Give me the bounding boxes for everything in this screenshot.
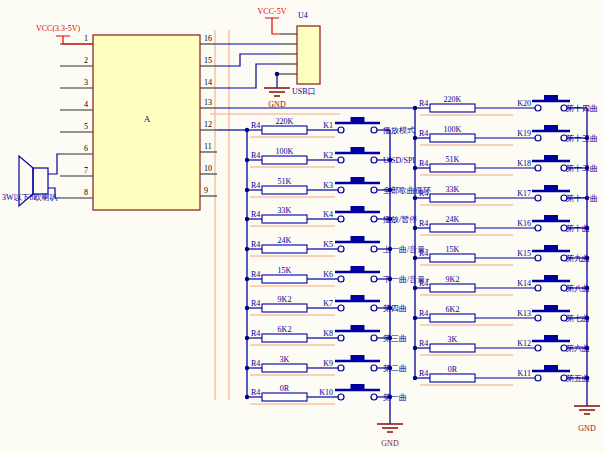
key-button[interactable] [532,305,570,321]
resistor-value: 24K [446,215,460,224]
key-button[interactable] [532,275,570,291]
junction-dot [413,136,417,140]
pin-number: 2 [84,56,88,65]
resistor-ref: R4 [251,240,260,249]
key-function-label: 第九曲 [566,254,590,263]
resistor[interactable] [430,344,475,352]
resistor[interactable] [430,284,475,292]
junction-dot [245,158,249,162]
key-designator: K17 [517,189,531,198]
resistor[interactable] [262,364,307,372]
usb-port-label: USB口 [292,87,316,96]
key-button[interactable] [532,335,570,351]
junction-dot [245,128,249,132]
resistor[interactable] [262,126,307,134]
resistor-value: 100K [444,125,462,134]
resistor-ref: R4 [419,129,428,138]
junction-dot [245,306,249,310]
resistor[interactable] [262,156,307,164]
key-button[interactable] [335,295,380,311]
resistor[interactable] [262,304,307,312]
key-button[interactable] [335,384,380,400]
key-designator: K9 [323,359,333,368]
vcc-usb-power-symbol[interactable] [265,18,280,34]
key-button[interactable] [335,325,380,341]
junction-dot [245,247,249,251]
key-designator: K10 [319,388,333,397]
key-designator: K3 [323,181,333,190]
resistor[interactable] [262,334,307,342]
junction-dot [413,196,417,200]
resistor[interactable] [430,254,475,262]
junction-dot [413,256,417,260]
pin-number: 6 [84,144,88,153]
key-function-label: 第十曲 [566,224,590,233]
resistor-value: 220K [276,117,294,126]
gnd-symbol[interactable] [574,406,600,414]
junction-dot [275,72,279,76]
resistor[interactable] [430,134,475,142]
key-button[interactable] [335,355,380,371]
key-designator: K1 [323,121,333,130]
resistor[interactable] [430,104,475,112]
resistor[interactable] [430,314,475,322]
key-button[interactable] [532,185,570,201]
key-button[interactable] [335,266,380,282]
resistor-ref: R4 [251,151,260,160]
resistor-value: 9K2 [278,295,292,304]
key-button[interactable] [335,117,380,133]
junction-dot [413,346,417,350]
resistor-value: 33K [278,206,292,215]
key-designator: K15 [517,249,531,258]
pin-number: 3 [84,78,88,87]
key-button[interactable] [335,177,380,193]
junction-dots-layer [245,72,589,399]
gnd-symbol[interactable] [264,88,290,96]
chip-designator: A [144,114,151,124]
schematic-canvas: 1VCC2RX3TX4DAC_R5DAC_L6SPK17GND8SPK216BU… [0,0,604,453]
usb-connector-body[interactable] [297,26,320,84]
resistor[interactable] [262,186,307,194]
wire-usbplus [217,64,280,88]
key-designator: K13 [517,309,531,318]
resistor-ref: R4 [419,159,428,168]
resistor[interactable] [430,164,475,172]
key-function-label: 第七曲 [566,314,590,323]
resistor-ref: R4 [419,339,428,348]
key-button[interactable] [335,147,380,163]
key-function-label: 第一曲 [383,393,407,402]
gnd-symbol[interactable] [377,424,403,432]
resistor[interactable] [430,224,475,232]
resistor-value: 3K [280,355,290,364]
resistor-ref: R4 [419,219,428,228]
resistor-ref: R4 [419,99,428,108]
resistor[interactable] [430,374,475,382]
resistor[interactable] [262,245,307,253]
vcc-main-label: VCC(3.3-5V) [36,24,81,33]
junction-dot [413,376,417,380]
resistor-value: 9K2 [446,275,460,284]
resistor[interactable] [262,275,307,283]
pin-number: 8 [84,188,88,197]
junction-dot [413,166,417,170]
pin-number: 16 [204,34,212,43]
key-button[interactable] [532,365,570,381]
key-button[interactable] [335,236,380,252]
resistor-ref: R4 [419,249,428,258]
gnd-left-label: GND [381,439,399,448]
key-button[interactable] [532,95,570,111]
key-button[interactable] [532,245,570,261]
junction-dot [413,286,417,290]
gnd-usb-label: GND [268,100,286,109]
key-button[interactable] [532,155,570,171]
key-function-label: 第十二曲 [566,164,598,173]
key-function-label: 第十四曲 [566,104,598,113]
key-button[interactable] [335,206,380,222]
key-designator: K18 [517,159,531,168]
resistor[interactable] [262,215,307,223]
resistor[interactable] [430,194,475,202]
key-function-label: 播放模式 [383,126,415,135]
resistor[interactable] [262,393,307,401]
key-button[interactable] [532,215,570,231]
key-button[interactable] [532,125,570,141]
